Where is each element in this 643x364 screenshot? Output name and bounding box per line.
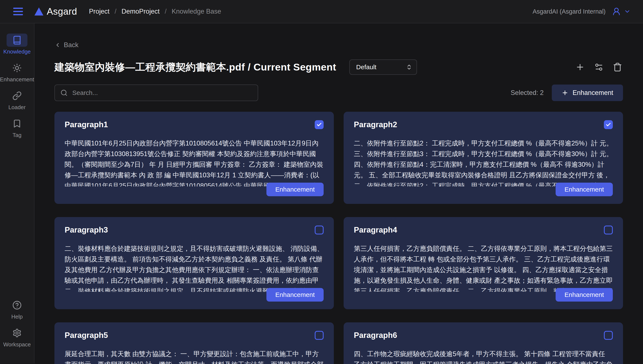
sidebar-label: Help <box>11 314 23 320</box>
sidebar-label: Tag <box>13 132 22 138</box>
gear-icon <box>7 326 28 340</box>
breadcrumb-project[interactable]: Project <box>89 8 109 15</box>
back-button[interactable]: Back <box>54 41 78 49</box>
back-label: Back <box>64 41 78 49</box>
card-title: Paragraph2 <box>354 120 397 129</box>
card-text: 二、裝修材料應合於建築技術規則之規定，且不得妨害或破壞防火避難設施、 消防設備、… <box>65 243 324 286</box>
plus-icon <box>575 62 585 72</box>
card-title: Paragraph5 <box>65 331 108 340</box>
hamburger-menu-button[interactable] <box>12 7 24 16</box>
search-input[interactable] <box>72 89 252 96</box>
paragraph-grid: Paragraph1 中華民國101年6月25日內政部台內營字第10108056… <box>54 112 623 364</box>
account-name: AsgardAI (Asgard Internal) <box>533 8 605 15</box>
paragraph-card: Paragraph1 中華民國101年6月25日內政部台內營字第10108056… <box>54 112 334 204</box>
paragraph-card: Paragraph3 二、裝修材料應合於建築技術規則之規定，且不得妨害或破壞防火… <box>54 217 334 309</box>
card-title: Paragraph4 <box>354 226 397 234</box>
sidebar: Knowledge Enhancement Loader Tag <box>0 23 35 364</box>
paragraph-card: Paragraph5 展延合理工期，其天數 由雙方協議之： 一、甲方變更設計：包… <box>54 322 334 364</box>
segment-settings-button[interactable] <box>593 62 604 73</box>
app-root: Asgard Project / DemoProject / Knowledge… <box>0 0 643 364</box>
paragraph-card: Paragraph4 第三人任何損害，乙方應負賠償責任。 二、乙方得依專業分工原… <box>344 217 623 309</box>
asgard-triangle-logo-icon <box>35 8 43 16</box>
card-text: 四、工作物之瑕疵經驗收完成後逾5年者，甲方不得主張。 第十四條 工程管理不當責任… <box>354 349 613 364</box>
main-content: Back 建築物室內裝修—工程承攬契約書範本.pdf / Current Seg… <box>35 23 643 364</box>
bookmark-icon <box>7 117 28 130</box>
delete-segment-button[interactable] <box>612 62 623 73</box>
card-enhancement-button[interactable]: Enhancement <box>266 288 324 302</box>
plus-icon <box>562 90 568 96</box>
breadcrumb-demoproject[interactable]: DemoProject <box>122 8 160 15</box>
check-icon <box>605 122 611 128</box>
paragraph-card: Paragraph2 二、依附件進行至節點2： 工程完成時，甲方支付工程總價 %… <box>344 112 623 204</box>
page-title: 建築物室內裝修—工程承攬契約書範本.pdf / Current Segment <box>54 60 336 74</box>
card-text: 展延合理工期，其天數 由雙方協議之： 一、甲方變更設計：包含施工前或施工中，甲方… <box>65 349 324 364</box>
card-title: Paragraph3 <box>65 226 108 234</box>
search-icon <box>60 89 68 96</box>
sidebar-item-loader[interactable]: Loader <box>7 89 28 111</box>
user-icon[interactable] <box>612 7 621 16</box>
card-text: 二、依附件進行至節點2： 工程完成時，甲方支付工程總價 %（最高不得逾25%）計… <box>354 138 613 180</box>
card-text: 中華民國101年6月25日內政部台內營字第1010805614號公告 中華民國1… <box>65 138 324 180</box>
sidebar-item-knowledge[interactable]: Knowledge <box>4 34 31 55</box>
sun-icon <box>7 61 28 74</box>
title-actions <box>574 62 623 73</box>
link-icon <box>7 89 28 102</box>
card-checkbox[interactable] <box>604 226 613 234</box>
sidebar-label: Knowledge <box>4 48 31 55</box>
card-checkbox[interactable] <box>604 331 613 340</box>
breadcrumb: Project / DemoProject / Knowledge Base <box>89 8 221 15</box>
sidebar-label: Workspace <box>3 341 31 348</box>
chevron-left-icon <box>54 42 61 48</box>
selected-count-label: Selected: 2 <box>511 89 544 97</box>
trash-icon <box>613 62 622 72</box>
card-enhancement-button[interactable]: Enhancement <box>556 183 613 196</box>
chevrons-up-down-icon <box>406 64 412 70</box>
breadcrumb-knowledge-base: Knowledge Base <box>172 8 221 15</box>
brand-name: Asgard <box>47 6 77 17</box>
sliders-icon <box>594 62 603 72</box>
topbar: Asgard Project / DemoProject / Knowledge… <box>0 0 643 23</box>
card-enhancement-button[interactable]: Enhancement <box>556 288 613 302</box>
sidebar-item-help[interactable]: Help <box>7 298 28 320</box>
sidebar-item-workspace[interactable]: Workspace <box>3 326 31 348</box>
card-title: Paragraph1 <box>65 120 108 129</box>
add-segment-button[interactable] <box>574 62 586 73</box>
card-title: Paragraph6 <box>354 331 397 340</box>
book-icon <box>7 34 28 47</box>
add-enhancement-button[interactable]: Enhancement <box>552 84 623 101</box>
segment-select-value: Default <box>356 64 376 71</box>
card-checkbox[interactable] <box>604 120 613 129</box>
card-text: 第三人任何損害，乙方應負賠償責任。 二、乙方得依專業分工原則，將本工程分包給第三… <box>354 243 613 286</box>
account-chevron-down-icon[interactable] <box>624 8 631 15</box>
sidebar-item-enhancement[interactable]: Enhancement <box>0 61 34 83</box>
card-checkbox[interactable] <box>315 120 324 129</box>
sidebar-item-tag[interactable]: Tag <box>7 117 28 138</box>
account-area: AsgardAI (Asgard Internal) <box>533 7 631 16</box>
card-enhancement-button[interactable]: Enhancement <box>266 183 324 196</box>
breadcrumb-separator: / <box>115 8 117 15</box>
segment-select[interactable]: Default <box>349 60 417 75</box>
search-box <box>54 84 258 101</box>
paragraph-card: Paragraph6 四、工作物之瑕疵經驗收完成後逾5年者，甲方不得主張。 第十… <box>344 322 623 364</box>
sidebar-label: Loader <box>9 104 26 111</box>
brand: Asgard <box>35 6 77 17</box>
card-checkbox[interactable] <box>315 331 324 340</box>
help-icon <box>7 298 28 312</box>
breadcrumb-separator: / <box>165 8 167 15</box>
sidebar-label: Enhancement <box>0 76 34 83</box>
card-checkbox[interactable] <box>315 226 324 234</box>
check-icon <box>316 122 322 128</box>
